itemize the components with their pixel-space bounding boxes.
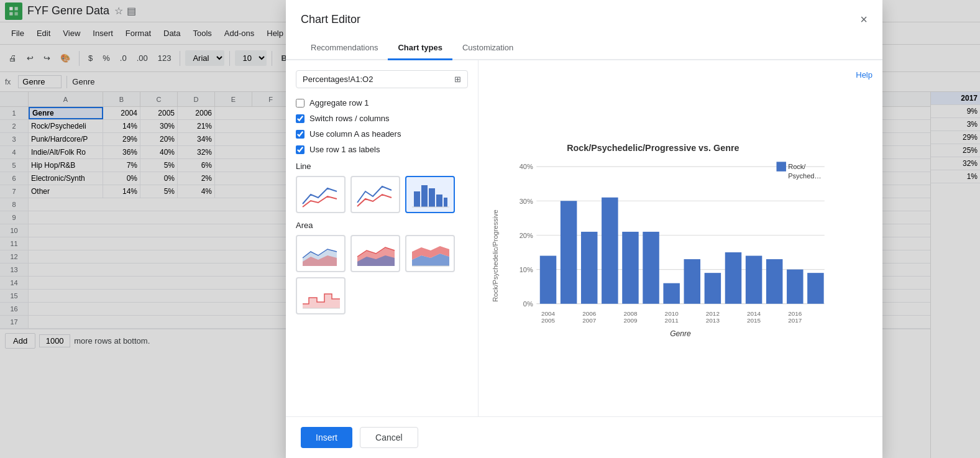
xlabel-2017: 2017 — [788, 317, 802, 324]
col-a-headers-label: Use column A as headers — [309, 129, 401, 139]
insert-button[interactable]: Insert — [301, 427, 352, 448]
bar-2007 — [602, 198, 618, 304]
line-chart-types — [296, 176, 468, 213]
xlabel-2009: 2009 — [623, 317, 638, 324]
area-stacked-btn[interactable] — [405, 235, 455, 272]
bar-2017 — [807, 273, 823, 304]
checkbox-aggregate: Aggregate row 1 — [296, 98, 468, 108]
area-step-btn[interactable] — [296, 277, 346, 314]
legend-text-1: Rock/ — [788, 163, 806, 171]
data-range-row: Percentages!A1:O2 ⊞ — [296, 70, 468, 88]
chart-editor-title: Chart Editor — [301, 13, 360, 26]
svg-rect-8 — [444, 198, 447, 207]
data-range-grid-icon[interactable]: ⊞ — [454, 75, 461, 84]
chart-preview: Rock/Psychedelic/Progressive vs. Genre R… — [488, 85, 872, 406]
xlabel-2011: 2011 — [665, 317, 679, 324]
chart-title: Rock/Psychedelic/Progressive vs. Genre — [567, 143, 739, 153]
ytick-10: 10% — [520, 266, 533, 273]
xlabel-2008: 2008 — [623, 310, 638, 317]
area-color-btn[interactable] — [350, 235, 400, 272]
bar-2009 — [643, 232, 659, 304]
area-smooth-btn[interactable] — [296, 235, 346, 272]
y-axis-label: Rock/Psychedelic/Progressive — [492, 209, 499, 301]
line-section-label: Line — [296, 162, 468, 171]
aggregate-checkbox[interactable] — [296, 99, 305, 108]
help-link[interactable]: Help — [856, 70, 872, 80]
bar-2016 — [787, 270, 803, 304]
switch-rows-checkbox[interactable] — [296, 114, 305, 123]
data-range-text: Percentages!A1:O2 — [303, 75, 454, 84]
checkbox-col-a-headers: Use column A as headers — [296, 129, 468, 139]
xlabel-2004: 2004 — [541, 310, 556, 317]
ytick-30: 30% — [520, 198, 533, 205]
editor-footer: Insert Cancel — [286, 416, 882, 458]
bar-2015 — [766, 259, 782, 304]
bar-2011 — [684, 259, 700, 304]
left-panel: Percentages!A1:O2 ⊞ Aggregate row 1 Swit… — [286, 60, 479, 416]
svg-rect-6 — [429, 188, 435, 207]
bar-2012 — [705, 273, 721, 304]
chart-editor-header: Chart Editor × — [286, 0, 882, 27]
line-smooth-btn[interactable] — [296, 176, 346, 213]
row1-labels-label: Use row 1 as labels — [309, 145, 380, 154]
aggregate-label: Aggregate row 1 — [309, 98, 369, 108]
close-button[interactable]: × — [860, 12, 868, 27]
xlabel-2015: 2015 — [747, 317, 761, 324]
tab-customization[interactable]: Customization — [452, 37, 523, 60]
xlabel-2007: 2007 — [582, 317, 597, 324]
editor-body: Percentages!A1:O2 ⊞ Aggregate row 1 Swit… — [286, 60, 882, 416]
bar-column-btn[interactable] — [405, 176, 455, 213]
svg-rect-5 — [421, 185, 428, 207]
xlabel-2013: 2013 — [706, 317, 720, 324]
legend-text-2: Psyched… — [788, 172, 821, 180]
legend-box — [777, 162, 786, 171]
bar-2013 — [725, 252, 741, 304]
area-chart-types — [296, 235, 468, 314]
xlabel-2012: 2012 — [706, 310, 720, 317]
cancel-button[interactable]: Cancel — [360, 427, 418, 448]
x-axis-label: Genre — [670, 329, 691, 338]
chart-editor-dialog: Chart Editor × Recommendations Chart typ… — [286, 0, 882, 458]
bar-2014 — [746, 256, 762, 304]
tab-recommendations[interactable]: Recommendations — [301, 37, 388, 60]
xlabel-2014: 2014 — [747, 310, 761, 317]
xlabel-2005: 2005 — [541, 317, 556, 324]
ytick-0: 0% — [523, 300, 533, 308]
ytick-40: 40% — [520, 163, 533, 171]
bar-2005 — [561, 201, 577, 304]
row1-labels-checkbox[interactable] — [296, 145, 305, 154]
tab-chart-types[interactable]: Chart types — [388, 37, 452, 60]
checkbox-switch-rows: Switch rows / columns — [296, 114, 468, 123]
modal-overlay: Chart Editor × Recommendations Chart typ… — [0, 0, 980, 458]
ytick-20: 20% — [520, 232, 533, 239]
svg-rect-7 — [436, 195, 442, 207]
bar-2004 — [540, 256, 556, 304]
xlabel-2006: 2006 — [582, 310, 597, 317]
area-section-label: Area — [296, 221, 468, 230]
bar-2010 — [663, 283, 679, 304]
chart-svg: Rock/Psychedelic/Progressive vs. Genre R… — [488, 85, 872, 406]
xlabel-2016: 2016 — [788, 310, 802, 317]
bar-2008 — [622, 232, 638, 304]
xlabel-2010: 2010 — [665, 310, 679, 317]
bar-2006 — [581, 232, 597, 304]
line-angular-btn[interactable] — [350, 176, 400, 213]
svg-rect-4 — [414, 191, 420, 207]
checkbox-row1-labels: Use row 1 as labels — [296, 145, 468, 154]
editor-tabs: Recommendations Chart types Customizatio… — [286, 37, 882, 60]
right-panel: Help Rock/Psychedelic/Progressive vs. Ge… — [479, 60, 882, 416]
switch-rows-label: Switch rows / columns — [309, 114, 390, 123]
col-a-headers-checkbox[interactable] — [296, 130, 305, 139]
